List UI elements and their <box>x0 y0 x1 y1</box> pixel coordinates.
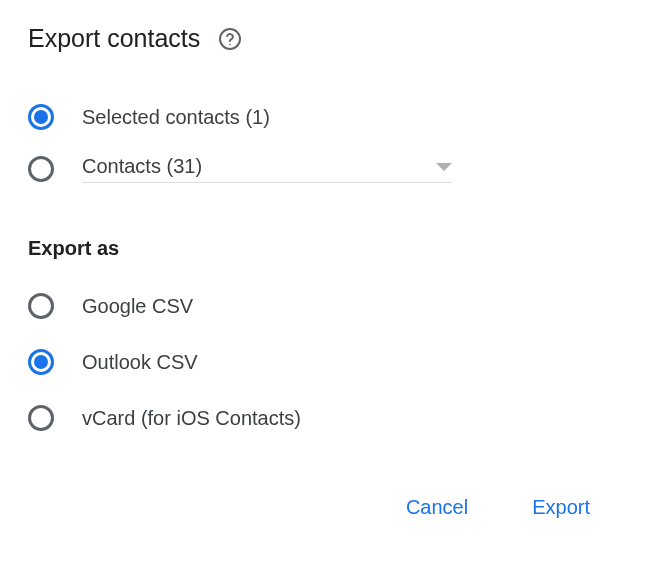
scope-radio-group: Selected contacts (1) Contacts (31) <box>28 91 624 195</box>
chevron-down-icon <box>436 163 452 171</box>
cancel-button[interactable]: Cancel <box>402 488 472 527</box>
radio-label: Outlook CSV <box>82 351 198 374</box>
contacts-dropdown[interactable]: Contacts (31) <box>82 155 452 183</box>
help-icon[interactable] <box>218 27 242 51</box>
svg-point-0 <box>220 29 240 49</box>
svg-point-1 <box>230 43 232 45</box>
radio-icon <box>28 405 54 431</box>
export-button[interactable]: Export <box>528 488 594 527</box>
radio-icon <box>28 293 54 319</box>
scope-option-selected-contacts[interactable]: Selected contacts (1) <box>28 91 624 143</box>
dialog-header: Export contacts <box>28 24 624 53</box>
radio-icon <box>28 349 54 375</box>
radio-icon <box>28 156 54 182</box>
scope-option-contacts[interactable]: Contacts (31) <box>28 143 624 195</box>
format-option-vcard[interactable]: vCard (for iOS Contacts) <box>28 390 624 446</box>
format-radio-group: Google CSV Outlook CSV vCard (for iOS Co… <box>28 278 624 446</box>
format-option-google-csv[interactable]: Google CSV <box>28 278 624 334</box>
radio-label: vCard (for iOS Contacts) <box>82 407 301 430</box>
dialog-actions: Cancel Export <box>28 488 624 527</box>
dropdown-label: Contacts (31) <box>82 155 202 178</box>
format-option-outlook-csv[interactable]: Outlook CSV <box>28 334 624 390</box>
radio-icon <box>28 104 54 130</box>
radio-label: Google CSV <box>82 295 193 318</box>
export-as-label: Export as <box>28 237 624 260</box>
radio-label: Selected contacts (1) <box>82 106 270 129</box>
dialog-title: Export contacts <box>28 24 200 53</box>
